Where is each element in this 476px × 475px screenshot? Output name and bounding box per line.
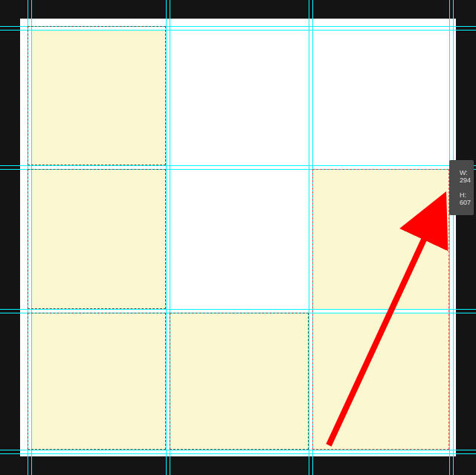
- guide-horizontal[interactable]: [0, 453, 476, 454]
- guide-horizontal[interactable]: [0, 30, 476, 31]
- guide-vertical[interactable]: [166, 0, 167, 475]
- guide-horizontal[interactable]: [0, 313, 476, 313]
- guide-horizontal[interactable]: [0, 450, 476, 450]
- guide-vertical[interactable]: [170, 0, 170, 475]
- guide-vertical[interactable]: [309, 0, 309, 475]
- window-frame: W: 294 H: 607: [0, 0, 476, 475]
- pattern-cell: [170, 313, 309, 450]
- tooltip-width-value: 294: [460, 176, 471, 184]
- tooltip-height-value: 607: [460, 199, 471, 206]
- pattern-cell: [31, 30, 166, 165]
- guide-vertical[interactable]: [449, 0, 450, 475]
- pattern-cell: [312, 313, 449, 450]
- guide-horizontal[interactable]: [0, 165, 476, 166]
- guide-horizontal[interactable]: [0, 309, 476, 310]
- guide-vertical[interactable]: [28, 0, 28, 475]
- tooltip-height-label: H:: [460, 191, 466, 199]
- tooltip-width-label: W:: [460, 169, 468, 176]
- guide-vertical[interactable]: [31, 0, 32, 475]
- pattern-cell: [312, 169, 449, 309]
- guide-vertical[interactable]: [312, 0, 313, 475]
- pattern-cell: [31, 169, 166, 309]
- guide-vertical[interactable]: [453, 0, 454, 475]
- guide-horizontal[interactable]: [0, 26, 476, 27]
- guide-horizontal[interactable]: [0, 169, 476, 170]
- pattern-cell: [31, 313, 166, 450]
